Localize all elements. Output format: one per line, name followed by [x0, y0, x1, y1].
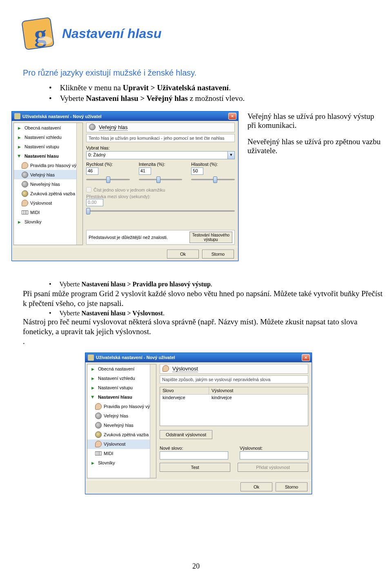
dlg2-titlebar[interactable]: Uživatelská nastavení - Nový uživatel × — [85, 353, 312, 362]
side-text-p2: Neveřejný hlas se užívá pro zpětnou vazb… — [247, 137, 382, 155]
tree-item-voice[interactable]: ▸Nastavení hlasu — [87, 393, 156, 402]
volume-value[interactable]: 50 — [191, 167, 203, 175]
tree-item-appearance[interactable]: ▸Nastavení vzhledu — [14, 132, 82, 142]
pause-value[interactable]: 0.00 — [86, 199, 103, 206]
tree-item-dictionaries[interactable]: ▸Slovníky — [87, 458, 156, 468]
tree-item-dictionaries[interactable]: ▸Slovníky — [14, 217, 82, 226]
pronunciation-input[interactable] — [240, 451, 308, 460]
new-word-label: Nové slovo: — [160, 446, 228, 451]
tree-scrollbar[interactable] — [150, 364, 156, 478]
bullet-click-menu: Klikněte v menu na Upravit > Uživatelská… — [49, 83, 392, 92]
tree-item-rules[interactable]: Pravidla pro hlasový výstup — [87, 402, 156, 411]
read-one-word-check[interactable]: Číst jedno slovo v jednom okamžiku — [86, 187, 235, 192]
tree-item-input[interactable]: ▸Nastavení vstupu — [14, 142, 82, 151]
dlg2-title: Uživatelská nastavení - Nový uživatel — [96, 355, 302, 360]
dialog-pronunciation: Uživatelská nastavení - Nový uživatel × … — [85, 353, 312, 494]
ok-button[interactable]: Ok — [241, 482, 272, 491]
close-icon[interactable]: × — [302, 354, 310, 361]
dlg2-tree[interactable]: ▸Obecná nastavení ▸Nastavení vzhledu ▸Na… — [87, 364, 156, 478]
dlg2-panel-desc: Napište způsob, jakým se vyslovují nepra… — [160, 375, 308, 384]
tree-item-private-voice[interactable]: Neveřejný hlas — [14, 179, 82, 189]
tree-item-appearance[interactable]: ▸Nastavení vzhledu — [87, 374, 156, 383]
tree-item-pronunciation[interactable]: Výslovnost — [87, 440, 156, 449]
test-voice-button[interactable]: Testování hlasového výstupu — [189, 232, 232, 243]
table-row[interactable]: kindervejce kindrvejce — [160, 395, 308, 402]
pronunciation-table[interactable]: Slovo Výslovnost kindervejce kindrvejce — [160, 387, 308, 426]
ear-icon — [163, 365, 170, 373]
para-pronunciation: Nástroj pro řeč neumí vyslovovat některá… — [0, 317, 392, 337]
cancel-button[interactable]: Storno — [202, 250, 234, 259]
volume-label: Hlasitost (%): — [191, 162, 235, 167]
ok-button[interactable]: Ok — [167, 250, 199, 259]
lone-dot: . — [0, 337, 392, 346]
dlg1-panel-desc: Tento hlas je užíván pro komunikaci - je… — [86, 134, 235, 142]
dlg1-title: Uživatelská nastavení - Nový uživatel — [22, 114, 228, 119]
side-text-p1: Veřejný hlas se užívá pro hlasový výstup… — [247, 112, 382, 130]
close-icon[interactable]: × — [228, 113, 236, 120]
bullet-rules: Vyberte Nastavení hlasu > Pravidla pro h… — [49, 281, 392, 288]
para-rules: Při psaní může program Grid 2 vyslovit k… — [0, 289, 392, 309]
dlg1-title-icon — [14, 113, 20, 119]
tree-item-general[interactable]: ▸Obecná nastavení — [87, 364, 156, 374]
bullet-select-public: Vyberte Nastavení hlasu > Veřejný hlas z… — [49, 94, 392, 103]
pause-slider[interactable] — [86, 207, 235, 214]
top-bullet-list: Klikněte v menu na Upravit > Uživatelská… — [0, 83, 392, 103]
intensity-slider[interactable] — [139, 176, 183, 183]
app-logo: g — [23, 18, 53, 49]
add-pronunciation-button[interactable]: Přidat výslovnost — [238, 463, 308, 472]
tree-item-public-voice[interactable]: Veřejný hlas — [14, 170, 82, 179]
dlg1-tree[interactable]: ▸Obecná nastavení ▸Nastavení vzhledu ▸Na… — [13, 123, 83, 245]
rate-slider[interactable] — [86, 176, 130, 183]
select-voice-combo[interactable]: 0: Žádný ▼ — [86, 151, 235, 159]
select-voice-label: Vybrat hlas: — [86, 145, 235, 150]
tree-item-midi[interactable]: MIDI — [14, 208, 82, 217]
test-button[interactable]: Test — [160, 463, 230, 472]
volume-slider[interactable] — [191, 176, 235, 183]
tree-item-pronunciation[interactable]: Výslovnost — [14, 198, 82, 208]
speaker-icon — [89, 124, 96, 131]
tree-item-midi[interactable]: MIDI — [87, 449, 156, 458]
rate-value[interactable]: 46 — [86, 167, 98, 175]
bullet-pronunciation: Vyberte Nastavení hlasu > Výslovnost. — [49, 310, 392, 317]
dlg2-title-icon — [88, 355, 94, 361]
checkbox-icon[interactable] — [86, 187, 91, 192]
tree-item-public-voice[interactable]: Veřejný hlas — [87, 411, 156, 421]
test-sentence-box: Představivost je důležitější než znalost… — [86, 230, 235, 245]
tree-item-voice[interactable]: ▸Nastavení hlasu — [14, 151, 82, 161]
tree-item-audio-feedback[interactable]: Zvuková zpětná vazba — [14, 189, 82, 198]
intensity-label: Intenzita (%): — [139, 162, 183, 167]
cancel-button[interactable]: Storno — [276, 482, 307, 491]
dlg1-panel-header: Veřejný hlas — [86, 123, 235, 132]
intensity-value[interactable]: 41 — [139, 167, 151, 175]
table-header: Slovo Výslovnost — [160, 387, 308, 395]
pause-label: Přestávka mezi slovy (sekundy): — [86, 194, 235, 199]
dlg1-titlebar[interactable]: Uživatelská nastavení - Nový uživatel × — [12, 112, 238, 121]
tree-scrollbar[interactable] — [76, 123, 82, 245]
tree-item-private-voice[interactable]: Neveřejný hlas — [87, 421, 156, 430]
dlg2-panel-header: Výslovnost — [160, 364, 308, 374]
chevron-down-icon[interactable]: ▼ — [228, 151, 235, 159]
page-title: Nastavení hlasu — [62, 26, 162, 41]
page-number: 20 — [0, 562, 392, 571]
pron-label: Výslovnost: — [240, 446, 308, 451]
tree-item-input[interactable]: ▸Nastavení vstupu — [87, 383, 156, 393]
tree-item-general[interactable]: ▸Obecná nastavení — [14, 123, 82, 132]
new-word-input[interactable] — [160, 451, 228, 460]
svg-point-2 — [38, 36, 52, 45]
rate-label: Rychlost (%): — [86, 162, 130, 167]
tree-item-audio-feedback[interactable]: Zvuková zpětná vazba — [87, 430, 156, 440]
intro-text: Pro různé jazyky existují mužské i žensk… — [0, 68, 392, 78]
dialog-voice-settings: Uživatelská nastavení - Nový uživatel × … — [11, 111, 238, 261]
tree-item-rules[interactable]: Pravidla pro hlasový výstup — [14, 161, 82, 170]
remove-pronunciation-button[interactable]: Odstranit výslovnost — [160, 430, 212, 439]
